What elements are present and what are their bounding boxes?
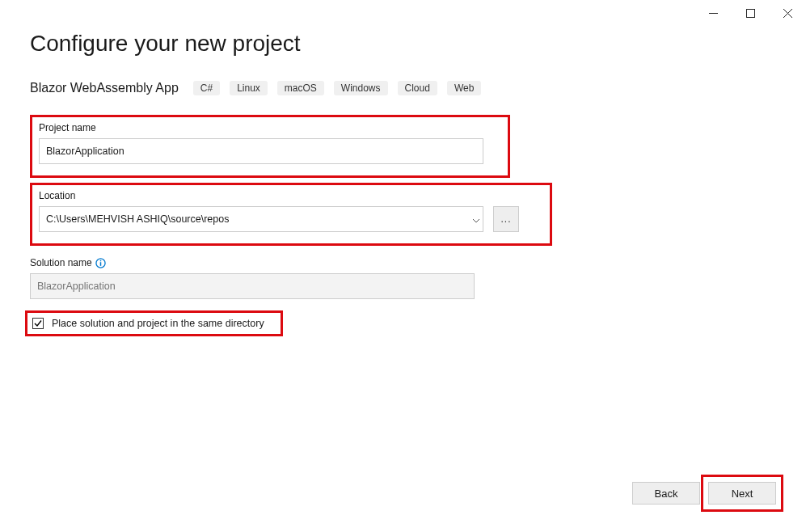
footer: Back Next bbox=[632, 482, 776, 505]
highlight-location: Location ... bbox=[30, 183, 552, 246]
close-icon bbox=[783, 9, 792, 18]
template-tag: Web bbox=[447, 81, 481, 95]
same-dir-checkbox[interactable] bbox=[32, 318, 44, 329]
highlight-project-name: Project name bbox=[30, 115, 510, 178]
solution-name-input bbox=[30, 273, 475, 299]
template-tag: Cloud bbox=[398, 81, 437, 95]
svg-rect-1 bbox=[746, 9, 754, 17]
svg-rect-6 bbox=[99, 260, 100, 260]
minimize-icon bbox=[709, 9, 718, 18]
solution-name-label-text: Solution name bbox=[30, 257, 92, 268]
browse-button[interactable]: ... bbox=[493, 206, 519, 232]
titlebar bbox=[694, 0, 806, 26]
project-name-label: Project name bbox=[39, 122, 501, 133]
content: Configure your new project Blazor WebAss… bbox=[30, 31, 776, 532]
location-group: Location ... bbox=[39, 190, 543, 232]
template-tag: C# bbox=[193, 81, 220, 95]
project-name-group: Project name bbox=[39, 122, 501, 164]
location-label: Location bbox=[39, 190, 543, 201]
highlight-same-dir: Place solution and project in the same d… bbox=[25, 310, 283, 336]
project-name-input[interactable] bbox=[39, 138, 483, 164]
svg-rect-5 bbox=[99, 262, 100, 266]
close-button[interactable] bbox=[769, 0, 806, 26]
highlight-next: Next bbox=[701, 475, 783, 512]
location-input[interactable] bbox=[39, 206, 483, 232]
maximize-button[interactable] bbox=[732, 0, 769, 26]
solution-name-label: Solution name bbox=[30, 257, 776, 268]
minimize-button[interactable] bbox=[694, 0, 732, 26]
template-name: Blazor WebAssembly App bbox=[30, 81, 179, 95]
maximize-icon bbox=[746, 9, 755, 18]
check-icon bbox=[34, 319, 42, 327]
template-tag: macOS bbox=[277, 81, 324, 95]
solution-name-group: Solution name bbox=[30, 257, 776, 299]
location-combo[interactable] bbox=[39, 206, 483, 232]
template-row: Blazor WebAssembly App C# Linux macOS Wi… bbox=[30, 81, 776, 95]
back-button[interactable]: Back bbox=[632, 482, 700, 505]
same-dir-label: Place solution and project in the same d… bbox=[52, 318, 264, 329]
info-icon[interactable] bbox=[95, 258, 106, 268]
template-tag: Linux bbox=[230, 81, 268, 95]
next-button[interactable]: Next bbox=[708, 482, 776, 505]
template-tag: Windows bbox=[334, 81, 388, 95]
same-dir-row: Place solution and project in the same d… bbox=[32, 318, 264, 329]
page-title: Configure your new project bbox=[30, 31, 776, 57]
